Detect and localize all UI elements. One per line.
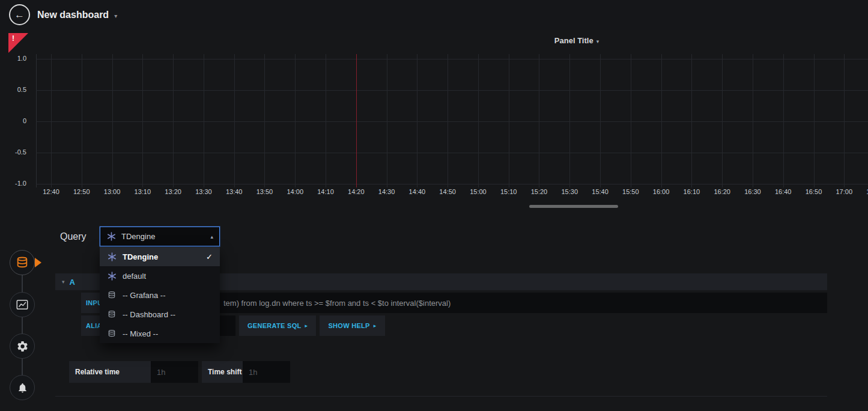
- grid-vline: [204, 54, 204, 187]
- x-tick-label: 16:00: [648, 188, 675, 195]
- x-tick-label: 14:40: [404, 188, 430, 195]
- time-shift-input[interactable]: [243, 361, 290, 383]
- active-item-arrow-icon: [35, 258, 41, 267]
- database-icon: [107, 291, 117, 299]
- chevron-down-icon: ▾: [114, 13, 117, 19]
- x-tick-label: 17:10: [861, 188, 868, 195]
- tdengine-icon: [106, 232, 116, 241]
- sidebar-connector-line: [22, 263, 23, 388]
- tdengine-icon: [107, 252, 117, 261]
- x-tick-label: 13:00: [99, 188, 126, 195]
- x-tick-label: 13:50: [251, 188, 278, 195]
- datasource-option-tdengine[interactable]: TDengine✓: [100, 247, 220, 266]
- dashboard-title[interactable]: New dashboard ▾: [37, 0, 117, 30]
- x-tick-label: 12:50: [68, 188, 95, 195]
- x-tick-label: 17:00: [831, 188, 857, 195]
- x-tick-label: 16:10: [678, 188, 705, 195]
- grid-vline: [264, 54, 265, 187]
- grid-vline: [387, 54, 387, 187]
- y-tick-label: 0.5: [0, 86, 26, 93]
- database-icon: [107, 310, 117, 318]
- x-tick-label: 13:10: [129, 188, 156, 195]
- bell-icon: [17, 382, 28, 394]
- relative-time-label: Relative time: [69, 361, 151, 383]
- x-tick-label: 16:20: [709, 188, 735, 195]
- time-options-row: Relative time Time shift: [55, 361, 827, 383]
- x-tick-label: 15:00: [465, 188, 491, 195]
- x-tick-label: 13:30: [190, 188, 217, 195]
- datasource-menu: TDengine✓default-- Grafana ---- Dashboar…: [100, 247, 220, 343]
- y-tick-label: 1.0: [0, 55, 26, 62]
- datasource-picker[interactable]: TDengine ▴: [100, 227, 220, 246]
- generate-sql-button[interactable]: GENERATE SQL ▸: [239, 315, 316, 336]
- grid-hline: [36, 153, 868, 153]
- query-ref-id: A: [70, 278, 75, 287]
- sidebar-item-general[interactable]: [10, 333, 35, 359]
- datasource-option-label: -- Mixed --: [123, 329, 158, 338]
- y-axis-line: [36, 54, 37, 187]
- grid-vline: [661, 54, 662, 187]
- y-tick-label: -1.0: [0, 180, 26, 187]
- relative-time-input[interactable]: [151, 361, 198, 383]
- datasource-option-label: -- Grafana --: [123, 291, 166, 300]
- datasource-option-default[interactable]: default: [100, 266, 220, 285]
- show-help-button[interactable]: SHOW HELP ▸: [320, 315, 384, 336]
- check-icon: ✓: [206, 252, 213, 261]
- caret-right-icon: ▸: [305, 323, 308, 329]
- grid-vline: [295, 54, 296, 187]
- datasource-picker-value: TDengine: [121, 232, 205, 241]
- sidebar-item-alert[interactable]: [10, 375, 35, 400]
- grid-hline: [36, 184, 868, 184]
- grid-vline: [142, 54, 143, 187]
- input-sql-text: tem) from log.dn where ts >= $from and t…: [223, 299, 451, 308]
- datasource-option-dashboard[interactable]: -- Dashboard --: [100, 305, 220, 324]
- section-divider: [55, 396, 827, 397]
- x-tick-label: 16:30: [739, 188, 766, 195]
- grid-vline: [814, 54, 815, 187]
- grid-vline: [478, 54, 479, 187]
- horizontal-scrollbar-thumb[interactable]: [529, 205, 618, 208]
- y-tick-label: 0: [0, 117, 26, 124]
- grid-vline: [417, 54, 417, 187]
- x-tick-label: 15:40: [587, 188, 613, 195]
- datasource-option-label: -- Dashboard --: [123, 310, 175, 319]
- sidebar-item-queries[interactable]: [10, 250, 35, 275]
- chart-plot: 12:4012:5013:0013:1013:2013:3013:4013:50…: [0, 33, 868, 203]
- time-annotation-line: [356, 54, 357, 187]
- x-tick-label: 16:40: [770, 188, 797, 195]
- x-tick-label: 14:50: [434, 188, 461, 195]
- grid-hline: [36, 121, 868, 122]
- grid-hline: [36, 90, 868, 91]
- grid-vline: [844, 54, 845, 187]
- input-sql-field[interactable]: tem) from log.dn where ts >= $from and t…: [128, 293, 827, 313]
- x-tick-label: 15:10: [496, 188, 522, 195]
- x-tick-label: 15:30: [556, 188, 583, 195]
- grid-vline: [722, 54, 723, 187]
- graph-panel: ! Panel Title ▾ 12:4012:5013:0013:1013:2…: [0, 33, 868, 203]
- x-tick-label: 14:00: [282, 188, 308, 195]
- datasource-option-grafana[interactable]: -- Grafana --: [100, 285, 220, 305]
- grid-vline: [569, 54, 570, 187]
- query-section-label: Query: [60, 231, 86, 242]
- sidebar-item-visualization[interactable]: [10, 292, 35, 317]
- x-tick-label: 13:40: [221, 188, 247, 195]
- collapse-caret-icon: ▾: [62, 279, 65, 285]
- back-button[interactable]: ←: [9, 4, 30, 25]
- app-root: ← New dashboard ▾ ! Panel Title ▾ 12:401…: [0, 0, 868, 411]
- datasource-option-label: default: [123, 272, 146, 281]
- database-icon: [16, 256, 29, 269]
- chevron-up-icon: ▴: [210, 234, 213, 240]
- dashboard-title-text: New dashboard: [37, 10, 109, 20]
- grid-vline: [82, 54, 82, 187]
- grid-vline: [51, 54, 52, 187]
- time-shift-label: Time shift: [202, 361, 243, 383]
- x-tick-label: 14:20: [343, 188, 369, 195]
- database-icon: [107, 329, 117, 338]
- generate-sql-label: GENERATE SQL: [247, 322, 302, 329]
- gear-icon: [16, 340, 29, 353]
- y-tick-label: -0.5: [0, 148, 26, 156]
- datasource-option-mixed[interactable]: -- Mixed --: [100, 324, 220, 343]
- grid-vline: [753, 54, 753, 187]
- top-navbar: ← New dashboard ▾: [0, 0, 868, 30]
- graph-icon: [16, 298, 29, 311]
